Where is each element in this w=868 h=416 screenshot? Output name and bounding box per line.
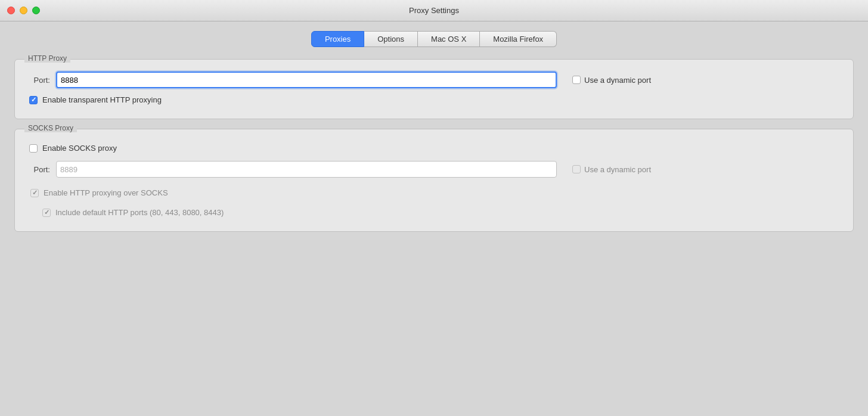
tab-bar: Proxies Options Mac OS X Mozilla Firefox: [14, 31, 854, 47]
include-default-ports-checkbox[interactable]: [42, 209, 51, 217]
socks-dynamic-port-area: Use a dynamic port: [572, 165, 651, 174]
include-default-ports-row: Include default HTTP ports (80, 443, 808…: [30, 206, 839, 217]
tab-options[interactable]: Options: [364, 31, 418, 47]
http-port-label: Port:: [29, 76, 50, 85]
title-bar: Proxy Settings: [0, 0, 868, 21]
socks-port-label: Port:: [29, 165, 50, 174]
include-default-ports-indent: Include default HTTP ports (80, 443, 808…: [42, 206, 224, 217]
http-dynamic-port-checkbox[interactable]: [572, 76, 581, 84]
socks-port-row: Port: Use a dynamic port: [29, 161, 839, 178]
window-controls[interactable]: [7, 7, 40, 14]
main-content: Proxies Options Mac OS X Mozilla Firefox…: [0, 21, 868, 256]
tab-firefox[interactable]: Mozilla Firefox: [480, 31, 557, 47]
socks-port-input[interactable]: [56, 161, 557, 178]
maximize-button[interactable]: [32, 7, 40, 14]
enable-transparent-label: Enable transparent HTTP proxying: [42, 95, 162, 104]
tab-macosx[interactable]: Mac OS X: [418, 31, 480, 47]
minimize-button[interactable]: [20, 7, 27, 14]
enable-transparent-row: Enable transparent HTTP proxying: [29, 95, 839, 104]
enable-transparent-checkbox[interactable]: [29, 96, 38, 104]
close-button[interactable]: [7, 7, 15, 14]
window-title: Proxy Settings: [409, 6, 459, 15]
http-port-input[interactable]: [56, 72, 557, 88]
enable-http-over-socks-row: Enable HTTP proxying over SOCKS: [30, 188, 839, 197]
socks-sub-options: Enable HTTP proxying over SOCKS Include …: [30, 186, 839, 217]
http-dynamic-port-area: Use a dynamic port: [572, 76, 651, 85]
socks-dynamic-port-checkbox[interactable]: [572, 165, 581, 173]
enable-http-over-socks-label: Enable HTTP proxying over SOCKS: [44, 188, 168, 197]
include-default-ports-label: Include default HTTP ports (80, 443, 808…: [55, 208, 224, 217]
enable-http-over-socks-checkbox[interactable]: [30, 189, 39, 197]
enable-socks-row: Enable SOCKS proxy: [29, 144, 839, 153]
socks-proxy-legend: SOCKS Proxy: [24, 124, 77, 132]
http-dynamic-port-label: Use a dynamic port: [584, 76, 651, 85]
http-port-row: Port: Use a dynamic port: [29, 72, 839, 88]
socks-proxy-section: SOCKS Proxy Enable SOCKS proxy Port: Use…: [14, 129, 854, 232]
tab-proxies[interactable]: Proxies: [311, 31, 364, 47]
http-proxy-legend: HTTP Proxy: [24, 54, 70, 63]
http-proxy-section: HTTP Proxy Port: Use a dynamic port Enab…: [14, 59, 854, 119]
enable-socks-label: Enable SOCKS proxy: [42, 144, 117, 153]
socks-dynamic-port-label: Use a dynamic port: [584, 165, 651, 174]
enable-socks-checkbox[interactable]: [29, 144, 38, 153]
